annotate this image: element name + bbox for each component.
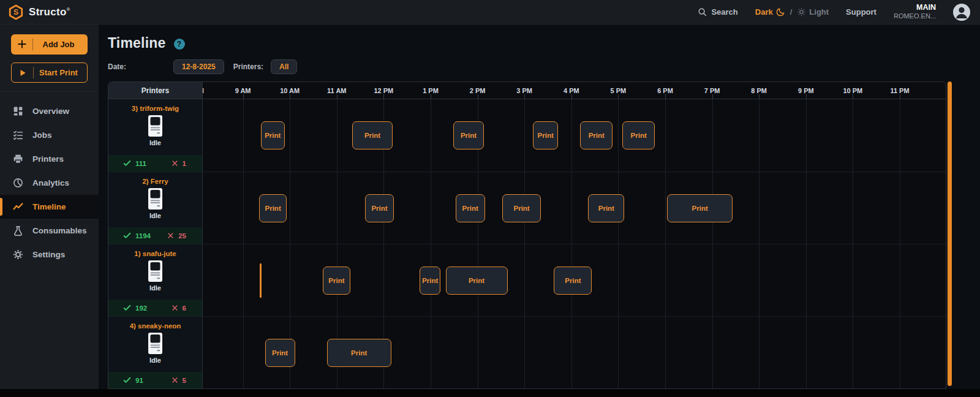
dark-mode-label[interactable]: Dark [755,7,773,17]
sidebar-item-label: Overview [32,107,69,116]
print-job[interactable]: Print [588,194,624,222]
time-label: 9 PM [798,87,814,94]
grid-body: 3) triform-twig Idle 111 1 PrintPrintPri… [108,99,946,388]
date-picker-button[interactable]: 12-8-2025 [173,59,224,74]
settings-icon [13,249,23,260]
print-job[interactable]: Print [352,121,393,149]
sidebar-item-label: Settings [32,250,65,259]
sidebar-item-printers[interactable]: Printers [0,147,99,171]
printer-image-icon [148,260,163,282]
sidebar-nav: Overview Jobs Printers Analytics Timelin… [0,91,99,267]
hour-tick [383,94,384,99]
sidebar-item-consumables[interactable]: Consumables [0,219,99,243]
sidebar-item-label: Timeline [32,202,66,211]
timeline-icon [13,202,23,212]
printers-filter-label: Printers: [233,62,263,71]
sidebar-item-analytics[interactable]: Analytics [0,171,99,195]
print-job[interactable]: Print [622,121,655,149]
sidebar-item-label: Analytics [32,178,69,187]
printer-cell[interactable]: 2) Ferry Idle 1194 25 [108,172,203,244]
printers-filter-button[interactable]: All [271,59,297,74]
success-count: 111 [135,160,146,167]
sidebar: Add Job Start Print Overview Jobs Printe… [0,25,99,397]
account-info[interactable]: MAIN ROMEO.EN... [894,3,936,20]
print-job[interactable]: Print [259,194,286,222]
search-label: Search [711,7,737,17]
printer-cell[interactable]: 4) sneaky-neon Idle 91 5 [108,317,203,388]
timeline-scrollbar[interactable] [948,81,952,386]
print-job[interactable]: Print [323,267,350,295]
sidebar-item-label: Printers [32,154,64,164]
time-label: 11 AM [327,87,346,94]
printer-stats: 1194 25 [108,227,202,244]
sidebar-item-settings[interactable]: Settings [0,243,99,267]
timeline-lane: PrintPrintPrintPrintPrintPrint [203,172,946,244]
time-label: 11 PM [890,87,909,94]
printers-column-header: Printers [108,82,203,99]
printer-name: 1) snafu-jute [134,250,176,257]
print-job[interactable]: Print [554,267,592,295]
x-icon [167,232,174,239]
time-label: 9 AM [235,87,251,94]
hour-tick [806,94,807,99]
sidebar-item-timeline[interactable]: Timeline [0,195,99,219]
print-job[interactable]: Print [265,339,295,367]
svg-text:S: S [13,8,18,17]
print-job[interactable]: Print [446,267,508,295]
brand: S Structo® [0,4,99,20]
fail-stat: 5 [172,377,186,384]
print-job[interactable]: Print [456,194,485,222]
printer-status: Idle [149,139,161,146]
hour-tick [900,94,900,99]
print-job[interactable]: Print [580,121,612,149]
printer-status: Idle [149,212,161,219]
fail-count: 5 [183,377,186,384]
print-job-marker[interactable] [260,263,262,298]
printer-row: 1) snafu-jute Idle 192 6 PrintPrintPrint… [108,244,946,316]
printer-row: 2) Ferry Idle 1194 25 PrintPrintPrintPri… [108,172,946,244]
printer-row: 4) sneaky-neon Idle 91 5 PrintPrint [108,316,946,388]
timeline-grid: Printers 8 AM9 AM10 AM11 AM12 PM1 PM2 PM… [108,81,946,389]
help-icon[interactable]: ? [174,39,185,50]
sidebar-item-label: Jobs [32,130,52,140]
printer-cell[interactable]: 3) triform-twig Idle 111 1 [108,99,203,172]
consumables-icon [13,225,23,236]
print-job[interactable]: Print [533,121,558,149]
add-job-button[interactable]: Add Job [11,34,88,55]
plus-icon [11,39,33,51]
light-mode-label[interactable]: Light [809,7,829,17]
print-job[interactable]: Print [453,121,484,149]
fail-count: 6 [183,304,186,312]
time-label: 8 PM [751,87,767,94]
hour-tick [665,94,666,99]
hour-tick [431,94,431,99]
success-count: 1194 [135,232,151,240]
fail-count: 25 [178,232,186,240]
start-print-button[interactable]: Start Print [11,62,88,83]
printer-image-icon [148,187,163,210]
sidebar-item-jobs[interactable]: Jobs [0,123,99,147]
print-job[interactable]: Print [667,194,733,222]
avatar[interactable] [953,4,970,21]
print-job[interactable]: Print [502,194,541,222]
check-icon [123,232,131,240]
print-job[interactable]: Print [261,121,285,149]
hour-tick [524,94,525,99]
theme-toggle[interactable]: Dark / Light [755,7,829,17]
add-job-label: Add Job [33,40,88,49]
check-icon [123,376,131,384]
printer-stats: 111 1 [108,155,202,172]
search-button[interactable]: Search [698,7,737,17]
support-link[interactable]: Support [846,7,876,17]
print-job[interactable]: Print [327,339,391,367]
print-job[interactable]: Print [420,267,440,295]
time-label: 7 PM [704,87,720,94]
sidebar-item-overview[interactable]: Overview [0,99,99,123]
printer-status: Idle [149,357,161,364]
time-label: 5 PM [611,87,627,94]
printer-cell[interactable]: 1) snafu-jute Idle 192 6 [108,244,203,316]
main-content: Timeline ? Date: 12-8-2025 Printers: All… [99,25,980,397]
printer-name: 3) triform-twig [132,105,179,112]
timeline-lane: PrintPrint [203,317,946,388]
print-job[interactable]: Print [365,194,394,222]
